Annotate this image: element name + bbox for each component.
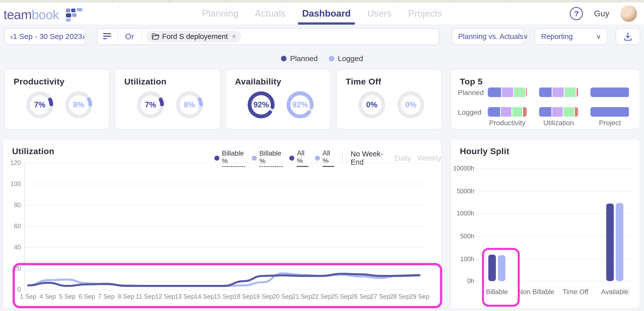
- date-range-picker[interactable]: ‹ 1 Sep - 30 Sep 2023 ›: [4, 28, 86, 45]
- donut-dark: 0%: [357, 90, 387, 120]
- svg-text:22 Sep: 22 Sep: [312, 293, 332, 300]
- svg-text:Available: Available: [601, 288, 628, 296]
- metric-card-productivity: Productivity7%8%: [4, 69, 110, 129]
- svg-text:12 Sep: 12 Sep: [155, 293, 175, 300]
- top5-column-label: Productivity: [489, 119, 526, 127]
- svg-text:21 Sep: 21 Sep: [292, 293, 312, 300]
- donut-value: 8%: [174, 90, 205, 120]
- project-filter-chip[interactable]: Ford S deployement ×: [147, 30, 241, 42]
- filter-icon[interactable]: [102, 33, 112, 40]
- filter-input[interactable]: Or Ford S deployement ×: [97, 28, 439, 45]
- svg-text:27 Sep: 27 Sep: [370, 293, 390, 300]
- donut-dark: 7%: [25, 90, 55, 120]
- logo-grid-icon: [66, 8, 82, 21]
- metric-card-availability: Availability92%92%: [225, 69, 331, 129]
- logo-text-team: team: [4, 7, 32, 22]
- svg-text:5 Sep: 5 Sep: [59, 293, 75, 300]
- legend-item-logged: Logged: [329, 54, 363, 63]
- svg-text:100: 100: [10, 180, 21, 187]
- svg-text:10000h: 10000h: [453, 165, 474, 172]
- app-header: teambook PlanningActualsDashboardUsersPr…: [0, 3, 644, 25]
- chip-remove-icon[interactable]: ×: [231, 32, 236, 40]
- filter-operator[interactable]: Or: [123, 32, 136, 41]
- tab-projects[interactable]: Projects: [408, 3, 442, 25]
- legend-dot: [329, 56, 334, 61]
- planned-logged-legend: PlannedLogged: [0, 54, 644, 63]
- donut-value: 7%: [135, 90, 166, 120]
- tab-dashboard[interactable]: Dashboard: [302, 3, 351, 25]
- prev-period-button[interactable]: ‹: [10, 32, 13, 41]
- svg-text:15 Sep: 15 Sep: [214, 293, 234, 300]
- svg-text:13 Sep: 13 Sep: [175, 293, 194, 300]
- top5-bar: [539, 107, 578, 117]
- chevron-down-icon: ∨: [524, 33, 528, 40]
- app-logo: teambook: [4, 7, 82, 22]
- help-button[interactable]: ?: [570, 7, 583, 20]
- dashboard-page: teambook PlanningActualsDashboardUsersPr…: [0, 0, 644, 311]
- metric-card-title: Utilization: [124, 77, 167, 86]
- donut-dark: 7%: [135, 90, 166, 120]
- utilization-chart-card: Utilization Billable %Billable %All %All…: [3, 139, 442, 309]
- metric-card-title: Time Off: [346, 77, 381, 86]
- top5-bar: [590, 107, 629, 117]
- top5-column-label: Project: [599, 119, 621, 127]
- donut-value: 0%: [357, 90, 387, 120]
- svg-text:40: 40: [14, 244, 21, 251]
- svg-text:120: 120: [10, 159, 21, 166]
- svg-text:4 Sep: 4 Sep: [39, 293, 56, 300]
- svg-text:5000h: 5000h: [457, 188, 474, 195]
- legend-dot: [281, 56, 287, 61]
- user-avatar[interactable]: [620, 5, 637, 22]
- svg-text:1000h: 1000h: [457, 210, 474, 217]
- donut-value: 0%: [396, 90, 426, 120]
- donut-light: 8%: [174, 90, 205, 120]
- svg-text:25 Sep: 25 Sep: [331, 293, 351, 300]
- svg-text:1 Sep: 1 Sep: [20, 293, 36, 300]
- donut-light: 92%: [285, 90, 315, 120]
- top5-bar: [539, 87, 578, 97]
- donut-value: 7%: [25, 90, 55, 120]
- svg-text:19 Sep: 19 Sep: [253, 293, 273, 300]
- question-icon: ?: [574, 9, 579, 18]
- svg-text:8 Sep: 8 Sep: [118, 293, 134, 300]
- svg-text:0: 0: [17, 286, 21, 293]
- main-nav: PlanningActualsDashboardUsersProjects: [202, 3, 442, 25]
- report-dropdown[interactable]: Reporting ∨: [535, 28, 608, 45]
- tab-users[interactable]: Users: [367, 3, 392, 25]
- svg-text:60: 60: [14, 223, 21, 230]
- metric-card-title: Productivity: [14, 77, 64, 86]
- download-button[interactable]: [616, 28, 640, 45]
- top5-column-label: Utilization: [543, 119, 574, 127]
- svg-text:Billable: Billable: [486, 288, 508, 296]
- svg-text:500h: 500h: [460, 233, 474, 240]
- metric-card-time-off: Time Off0%0%: [336, 69, 442, 129]
- svg-text:18 Sep: 18 Sep: [233, 293, 253, 300]
- svg-text:7 Sep: 7 Sep: [98, 293, 114, 300]
- tab-planning[interactable]: Planning: [202, 3, 238, 25]
- svg-text:80: 80: [14, 201, 21, 208]
- svg-text:20: 20: [14, 265, 21, 272]
- top5-row-label: Logged: [458, 108, 481, 116]
- top5-bar: [590, 87, 629, 97]
- svg-text:14 Sep: 14 Sep: [194, 293, 214, 300]
- donut-light: 0%: [396, 90, 426, 120]
- top5-card: Top 5 PlannedLoggedProductivityUtilizati…: [450, 69, 640, 129]
- date-range-label[interactable]: 1 Sep - 30 Sep 2023: [13, 32, 82, 41]
- tab-actuals[interactable]: Actuals: [255, 3, 286, 25]
- donut-value: 92%: [285, 90, 315, 120]
- svg-text:0h: 0h: [467, 277, 474, 284]
- top5-bar: [488, 87, 527, 97]
- header-right: ? Guy: [570, 3, 637, 25]
- legend-item-planned: Planned: [281, 54, 318, 63]
- chevron-down-icon: ∨: [596, 33, 601, 40]
- svg-text:29 Sep: 29 Sep: [409, 293, 429, 300]
- donut-value: 8%: [64, 90, 94, 120]
- folder-icon: [152, 33, 159, 40]
- svg-text:11 Sep: 11 Sep: [136, 293, 155, 300]
- chip-label: Ford S deployement: [162, 32, 228, 41]
- next-period-button[interactable]: ›: [82, 32, 85, 41]
- svg-text:28 Sep: 28 Sep: [390, 293, 410, 300]
- view-mode-dropdown[interactable]: Planning vs. Actuals ∨: [452, 28, 525, 45]
- filter-row: ‹ 1 Sep - 30 Sep 2023 › Or Ford S deploy…: [0, 28, 644, 46]
- donut-dark: 92%: [246, 90, 276, 120]
